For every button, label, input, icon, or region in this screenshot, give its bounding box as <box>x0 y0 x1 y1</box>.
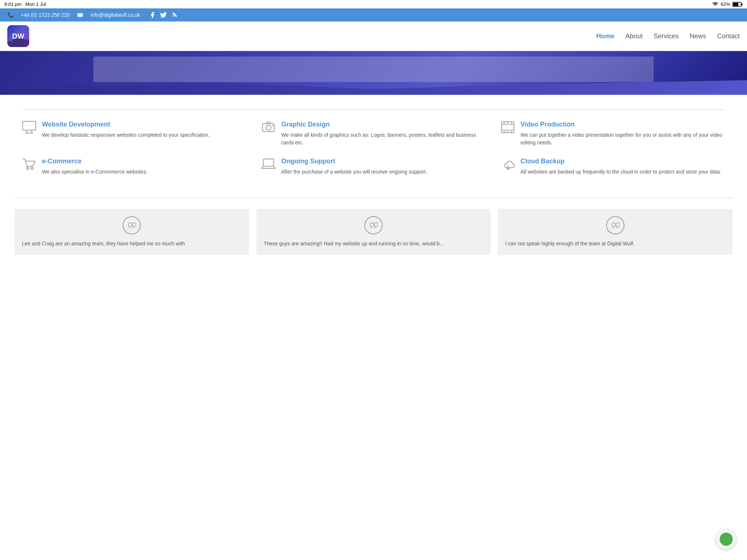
testimonial-3: I can not speak highly enough of the tea… <box>498 209 732 255</box>
service-cloud-desc: All websites are backed up frequently to… <box>520 168 721 176</box>
testimonial-2-text: These guys are amazing!! Had my website … <box>264 240 484 248</box>
service-video-desc: We can put together a video presentation… <box>520 131 725 147</box>
twitter-icon[interactable] <box>160 11 167 19</box>
svg-point-9 <box>266 125 271 130</box>
service-video-production: Video Production We can put together a v… <box>500 121 725 147</box>
svg-rect-2 <box>733 3 739 6</box>
service-video-content: Video Production We can put together a v… <box>520 121 725 147</box>
nav-contact[interactable]: Contact <box>717 32 740 40</box>
services-grid: Website Development We develop fantastic… <box>22 121 725 176</box>
service-support-desc: After the purchase of a website you will… <box>281 168 427 176</box>
nav-about[interactable]: About <box>626 32 643 40</box>
battery-icon <box>732 2 743 7</box>
svg-point-3 <box>172 17 173 18</box>
testimonial-3-text: I can not speak highly enough of the tea… <box>505 240 725 248</box>
service-website-title: Website Development <box>42 121 210 128</box>
service-ecommerce-content: e-Commerce We also specialise in e-Commm… <box>42 158 147 176</box>
service-support-content: Ongoing Support After the purchase of a … <box>281 158 427 176</box>
email-address[interactable]: info@digitalwulf.co.uk <box>90 12 140 18</box>
camera-icon <box>261 121 276 137</box>
testimonial-2: These guys are amazing!! Had my website … <box>256 209 491 255</box>
film-icon <box>500 121 515 137</box>
nav-services[interactable]: Services <box>654 32 679 40</box>
service-ecommerce-title: e-Commerce <box>42 158 147 165</box>
logo[interactable]: DW <box>7 25 29 47</box>
svg-rect-4 <box>23 121 36 130</box>
nav-news[interactable]: News <box>690 32 706 40</box>
wifi-icon <box>712 2 719 7</box>
service-website-content: Website Development We develop fantastic… <box>42 121 210 139</box>
status-bar: 8:01 pm Mon 1 Jul 62% <box>0 0 747 8</box>
service-website-development: Website Development We develop fantastic… <box>22 121 247 147</box>
service-ongoing-support: Ongoing Support After the purchase of a … <box>261 158 486 176</box>
testimonials-section: Lee and Craig are an amazing team, they … <box>0 187 747 262</box>
navbar: DW Home About Services News Contact <box>0 22 747 51</box>
service-graphic-title: Graphic Design <box>281 121 486 128</box>
email-icon: ✉️ <box>77 12 83 18</box>
service-graphic-design: Graphic Design We make all kinds of grap… <box>261 121 486 147</box>
status-indicators: 62% <box>712 1 743 7</box>
svg-rect-22 <box>263 159 274 166</box>
battery-level: 62% <box>721 1 730 7</box>
phone-number[interactable]: +44 (0) 1723 256 220 <box>21 12 70 18</box>
service-website-desc: We develop fantastic responsive websites… <box>42 131 210 139</box>
cloud-icon <box>500 158 515 174</box>
svg-rect-1 <box>742 3 743 5</box>
services-section: Website Development We develop fantastic… <box>0 95 747 187</box>
hero-banner <box>0 51 747 95</box>
service-cloud-content: Cloud Backup All websites are backed up … <box>520 158 721 176</box>
service-graphic-desc: We make all kinds of graphics such as: L… <box>281 131 486 147</box>
service-ecommerce: e-Commerce We also specialise in e-Commm… <box>22 158 247 176</box>
monitor-icon <box>22 121 36 137</box>
nav-links: Home About Services News Contact <box>596 32 740 40</box>
service-cloud-title: Cloud Backup <box>520 158 721 165</box>
svg-point-10 <box>272 125 274 126</box>
quote-icon-2 <box>364 216 383 234</box>
facebook-icon[interactable] <box>149 11 156 19</box>
testimonials-grid: Lee and Craig are an amazing team, they … <box>15 209 732 255</box>
testimonial-1: Lee and Craig are an amazing team, they … <box>15 209 249 255</box>
service-graphic-content: Graphic Design We make all kinds of grap… <box>281 121 486 147</box>
rss-icon[interactable] <box>171 11 178 19</box>
service-ecommerce-desc: We also specialise in e-Commmerce websit… <box>42 168 147 176</box>
social-icons <box>149 11 178 19</box>
svg-point-21 <box>31 167 33 170</box>
phone-icon: 📞 <box>7 12 13 18</box>
testimonial-1-text: Lee and Craig are an amazing team, they … <box>22 240 242 248</box>
service-video-title: Video Production <box>520 121 725 128</box>
service-cloud-backup: Cloud Backup All websites are backed up … <box>500 158 725 176</box>
testimonials-divider <box>15 198 732 198</box>
status-time: 8:01 pm Mon 1 Jul <box>4 1 46 7</box>
quote-icon-3 <box>606 216 624 234</box>
hero-inner <box>93 57 654 82</box>
service-support-title: Ongoing Support <box>281 158 427 165</box>
laptop-icon <box>261 158 276 174</box>
cart-icon <box>22 158 36 174</box>
info-bar: 📞 +44 (0) 1723 256 220 ✉️ info@digitalwu… <box>0 8 747 22</box>
nav-home[interactable]: Home <box>596 32 615 40</box>
services-divider <box>22 109 725 110</box>
hero-accent <box>0 80 747 95</box>
svg-point-20 <box>27 167 29 170</box>
quote-icon-1 <box>123 216 141 234</box>
